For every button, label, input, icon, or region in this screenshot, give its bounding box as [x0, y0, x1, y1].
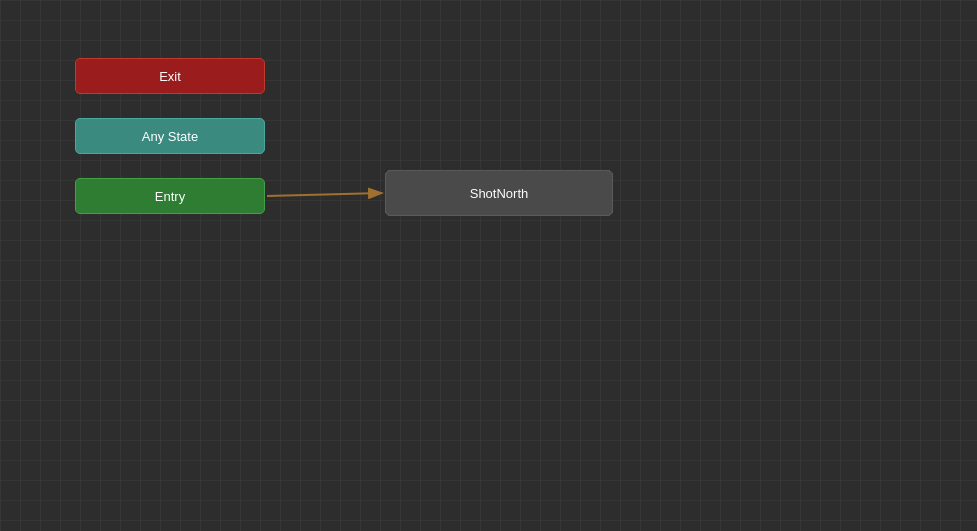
- anystate-label: Any State: [142, 129, 198, 144]
- exit-node[interactable]: Exit: [75, 58, 265, 94]
- exit-label: Exit: [159, 69, 181, 84]
- svg-line-1: [267, 193, 382, 196]
- anystate-node[interactable]: Any State: [75, 118, 265, 154]
- state-node-shot-north[interactable]: ShotNorth: [385, 170, 613, 216]
- entry-node[interactable]: Entry: [75, 178, 265, 214]
- entry-label: Entry: [155, 189, 185, 204]
- state-grid: IdleSouthIdleNorthWalkSouthWalkNorthAtta…: [385, 170, 853, 390]
- state-label-shot-north: ShotNorth: [470, 186, 529, 201]
- state-machine-canvas: Exit Any State Entry IdleSouthIdleNorthW…: [0, 0, 977, 531]
